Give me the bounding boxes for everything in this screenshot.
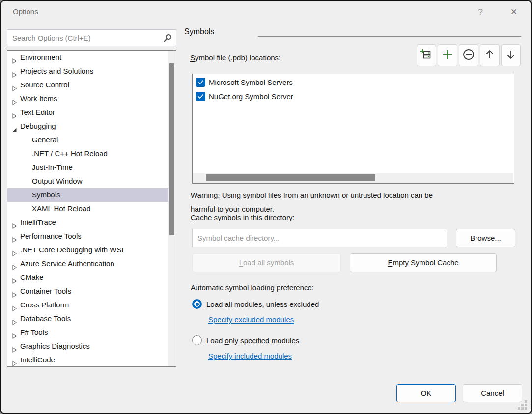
tree-item[interactable]: Container Tools xyxy=(7,284,176,298)
symbol-server-label: NuGet.org Symbol Server xyxy=(209,92,293,101)
new-symbol-server-button[interactable] xyxy=(417,44,436,66)
tree-item[interactable]: Source Control xyxy=(7,78,176,92)
tree-item[interactable]: Text Editor xyxy=(7,106,176,119)
tree-scrollbar[interactable] xyxy=(168,51,176,366)
tree-item[interactable]: Output Window xyxy=(7,174,176,188)
tree-item[interactable]: Azure Service Authentication xyxy=(7,257,176,271)
cache-directory-label: Cache symbols in this directory: xyxy=(191,213,295,221)
radio-load-only-specified[interactable]: Load only specified modules xyxy=(192,335,299,345)
warning-text: Warning: Using symbol files from an unkn… xyxy=(191,189,505,216)
tree-item[interactable]: Symbols xyxy=(7,188,176,202)
title-rule xyxy=(258,36,521,37)
tree-item[interactable]: Work Items xyxy=(7,92,176,106)
tree-item[interactable]: Projects and Solutions xyxy=(7,64,176,78)
tree-item[interactable]: Cross Platform xyxy=(7,298,176,312)
resize-grip-icon[interactable] xyxy=(517,400,527,410)
collapsed-expander-icon[interactable] xyxy=(12,275,17,280)
symbol-locations-toolbar xyxy=(417,44,521,66)
collapsed-expander-icon[interactable] xyxy=(12,68,17,74)
tree-item-label: Source Control xyxy=(20,78,69,92)
tree-item[interactable]: .NET / C++ Hot Reload xyxy=(7,147,176,161)
tree-item-label: Just-In-Time xyxy=(32,161,73,174)
browse-button[interactable]: Browse... xyxy=(456,229,515,247)
tree-item[interactable]: General xyxy=(7,133,176,147)
collapsed-expander-icon[interactable] xyxy=(12,55,17,60)
cancel-button[interactable]: Cancel xyxy=(463,384,522,402)
tree-item[interactable]: IntelliTrace xyxy=(7,216,176,229)
list-hscrollbar-thumb[interactable] xyxy=(206,174,375,181)
radio-off-icon[interactable] xyxy=(192,335,202,345)
collapsed-expander-icon[interactable] xyxy=(12,343,17,349)
checked-checkbox-icon[interactable] xyxy=(196,78,205,87)
radio-load-all-label: Load all modules, unless excluded xyxy=(206,300,319,308)
symbol-server-label: Microsoft Symbol Servers xyxy=(209,78,293,86)
empty-symbol-cache-button[interactable]: Empty Symbol Cache xyxy=(350,253,497,272)
server-rows: Microsoft Symbol ServersNuGet.org Symbol… xyxy=(193,75,514,104)
symbol-server-row[interactable]: Microsoft Symbol Servers xyxy=(193,75,514,89)
ok-button[interactable]: OK xyxy=(396,384,456,402)
tree-item-label: Database Tools xyxy=(20,312,71,326)
remove-button[interactable] xyxy=(459,44,478,66)
tree-item-label: Graphics Diagnostics xyxy=(20,339,90,353)
tree-item-label: Performance Tools xyxy=(20,229,82,243)
move-down-icon xyxy=(505,49,516,61)
cache-directory-input[interactable] xyxy=(192,229,447,247)
tree-item[interactable]: Just-In-Time xyxy=(7,161,176,174)
tree-item-label: F# Tools xyxy=(20,326,48,339)
tree-item[interactable]: F# Tools xyxy=(7,326,176,339)
collapsed-expander-icon[interactable] xyxy=(12,261,17,266)
collapsed-expander-icon[interactable] xyxy=(12,357,17,362)
auto-loading-label: Automatic symbol loading preference: xyxy=(191,283,314,292)
expanded-expander-icon[interactable] xyxy=(12,123,17,129)
tree-item[interactable]: IntelliCode xyxy=(7,353,176,367)
tree-rows: EnvironmentProjects and SolutionsSource … xyxy=(7,51,176,367)
list-hscrollbar[interactable] xyxy=(193,173,513,183)
collapsed-expander-icon[interactable] xyxy=(12,302,17,307)
tree-item[interactable]: Performance Tools xyxy=(7,229,176,243)
collapsed-expander-icon[interactable] xyxy=(12,96,17,101)
collapsed-expander-icon[interactable] xyxy=(12,82,17,87)
add-button[interactable] xyxy=(438,44,457,66)
tree-item-label: Debugging xyxy=(20,119,56,133)
tree-item[interactable]: XAML Hot Reload xyxy=(7,202,176,216)
options-dialog: Options ? ✕ EnvironmentProjects and Solu… xyxy=(0,0,532,414)
tree-item-label: Azure Service Authentication xyxy=(20,257,114,271)
radio-on-icon[interactable] xyxy=(192,299,202,309)
help-icon[interactable]: ? xyxy=(472,6,489,19)
tree-item-label: Projects and Solutions xyxy=(20,64,93,78)
tree-item[interactable]: .NET Core Debugging with WSL xyxy=(7,243,176,257)
radio-load-all-modules[interactable]: Load all modules, unless excluded xyxy=(192,299,319,309)
collapsed-expander-icon[interactable] xyxy=(12,220,17,225)
symbol-locations-label: Symbol file (.pdb) locations: xyxy=(190,54,280,62)
collapsed-expander-icon[interactable] xyxy=(12,110,17,115)
tree-item[interactable]: Debugging xyxy=(7,119,176,133)
collapsed-expander-icon[interactable] xyxy=(12,233,17,239)
move-down-button[interactable] xyxy=(501,44,521,66)
symbol-server-row[interactable]: NuGet.org Symbol Server xyxy=(193,89,514,104)
tree-scrollbar-thumb[interactable] xyxy=(169,63,174,235)
tree-item-label: General xyxy=(32,133,58,147)
tree-item-label: Output Window xyxy=(32,174,83,188)
tree-item[interactable]: Database Tools xyxy=(7,312,176,326)
tree-item-label: Text Editor xyxy=(20,106,55,119)
load-all-symbols-button[interactable]: Load all symbols xyxy=(192,253,341,272)
collapsed-expander-icon[interactable] xyxy=(12,247,17,252)
collapsed-expander-icon[interactable] xyxy=(12,330,17,335)
tree-item[interactable]: CMake xyxy=(7,271,176,284)
page-title: Symbols xyxy=(184,28,214,36)
titlebar[interactable]: Options ? ✕ xyxy=(1,1,531,24)
specify-included-modules-link[interactable]: Specify included modules xyxy=(208,352,292,360)
symbol-locations-list[interactable]: Microsoft Symbol ServersNuGet.org Symbol… xyxy=(192,74,514,184)
search-input[interactable] xyxy=(7,30,176,46)
search-icon[interactable] xyxy=(163,33,172,43)
close-icon[interactable]: ✕ xyxy=(505,6,522,19)
tree-item-label: Cross Platform xyxy=(20,298,69,312)
move-up-button[interactable] xyxy=(480,44,500,66)
collapsed-expander-icon[interactable] xyxy=(12,316,17,321)
tree-item[interactable]: Graphics Diagnostics xyxy=(7,339,176,353)
tree-item[interactable]: Environment xyxy=(7,51,176,64)
specify-excluded-modules-link[interactable]: Specify excluded modules xyxy=(208,315,294,324)
move-up-icon xyxy=(484,49,495,61)
collapsed-expander-icon[interactable] xyxy=(12,288,17,294)
checked-checkbox-icon[interactable] xyxy=(196,92,205,101)
